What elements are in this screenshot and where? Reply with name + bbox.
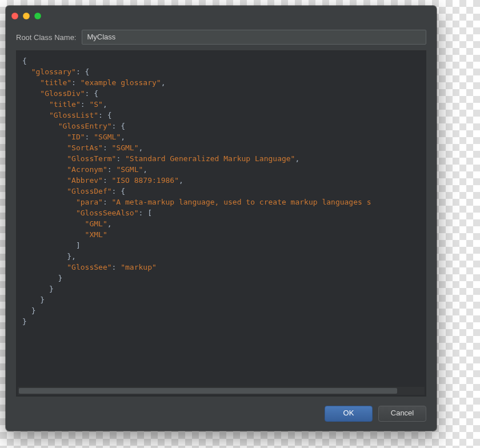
- ok-button[interactable]: OK: [325, 406, 373, 422]
- root-class-label: Root Class Name:: [16, 33, 76, 42]
- root-class-input[interactable]: [82, 30, 426, 45]
- close-icon[interactable]: [11, 13, 18, 19]
- editor-wrap: { "glossary": { "title": "example glossa…: [16, 50, 426, 397]
- dialog-window: Root Class Name: { "glossary": { "title"…: [6, 6, 437, 431]
- root-class-row: Root Class Name:: [6, 24, 437, 50]
- code-editor[interactable]: { "glossary": { "title": "example glossa…: [17, 51, 426, 386]
- minimize-icon[interactable]: [23, 13, 30, 19]
- zoom-icon[interactable]: [34, 13, 41, 19]
- horizontal-scrollbar[interactable]: [18, 386, 425, 395]
- titlebar: [6, 6, 437, 24]
- horizontal-scrollbar-thumb[interactable]: [19, 388, 397, 394]
- cancel-button[interactable]: Cancel: [378, 406, 426, 422]
- transparent-background: Root Class Name: { "glossary": { "title"…: [0, 0, 480, 448]
- button-row: OK Cancel: [6, 400, 437, 431]
